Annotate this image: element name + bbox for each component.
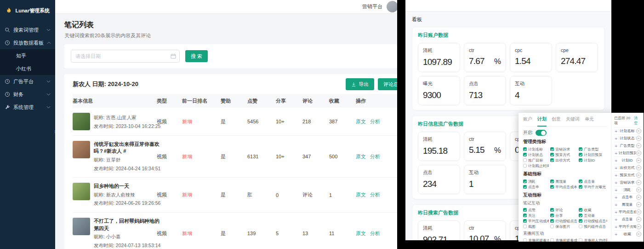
- metric-checkbox-item[interactable]: 出价方式: [550, 158, 577, 162]
- checkbox[interactable]: [550, 238, 554, 242]
- metric-checkbox-item[interactable]: 推广目标: [523, 158, 549, 162]
- sidebar-item-ad-platform[interactable]: 广告平台: [0, 75, 55, 88]
- original-link[interactable]: 原文: [356, 153, 366, 160]
- metric-checkbox-item[interactable]: 平均点击成本: [550, 185, 577, 189]
- drag-handle-icon[interactable]: ＋: [614, 180, 619, 186]
- remove-metric-icon[interactable]: [636, 232, 641, 237]
- remove-metric-icon[interactable]: [636, 151, 641, 156]
- drag-handle-icon[interactable]: ＋: [614, 172, 619, 179]
- search-button[interactable]: 搜 索: [185, 50, 208, 62]
- sidebar-item-data-board[interactable]: 投放数据看板: [0, 36, 55, 49]
- checkbox[interactable]: [523, 158, 527, 162]
- sidebar-item-xiaohongshu[interactable]: 小红书: [0, 62, 55, 75]
- metric-checkbox-item[interactable]: 预约组件点击: [579, 224, 607, 229]
- tab-unit[interactable]: 单元: [585, 116, 594, 124]
- checkbox[interactable]: [550, 147, 554, 151]
- clear-all-link[interactable]: 清空: [634, 116, 641, 126]
- remove-metric-icon[interactable]: [636, 143, 641, 148]
- checkbox[interactable]: [550, 158, 554, 162]
- checkbox[interactable]: [523, 185, 527, 189]
- checkbox[interactable]: [550, 219, 554, 223]
- remove-metric-icon[interactable]: [636, 128, 641, 133]
- export-button[interactable]: 导出: [346, 78, 374, 90]
- analyze-link[interactable]: 分析: [370, 153, 380, 160]
- checkbox[interactable]: [550, 180, 554, 183]
- checkbox[interactable]: [523, 164, 527, 168]
- checkbox[interactable]: [523, 208, 527, 212]
- checkbox[interactable]: [579, 153, 582, 156]
- analyze-link[interactable]: 分析: [370, 118, 380, 125]
- metric-checkbox-item[interactable]: 点击量: [579, 179, 607, 184]
- checkbox[interactable]: [523, 147, 527, 151]
- remove-metric-icon[interactable]: [636, 158, 641, 163]
- checkbox[interactable]: [523, 153, 527, 156]
- remove-metric-icon[interactable]: [636, 187, 641, 192]
- platform-link[interactable]: 营销平台: [362, 3, 382, 10]
- analyze-link[interactable]: 分析: [370, 191, 380, 198]
- checkbox[interactable]: [523, 180, 527, 183]
- drag-handle-icon[interactable]: ＋: [614, 150, 619, 156]
- remove-metric-icon[interactable]: [636, 173, 641, 178]
- remove-metric-icon[interactable]: [636, 136, 641, 141]
- remove-metric-icon[interactable]: [636, 224, 641, 229]
- metric-checkbox-item[interactable]: 计划日预算: [579, 152, 607, 157]
- checkbox[interactable]: [579, 225, 582, 228]
- metric-checkbox-item[interactable]: 直播间观看次数: [523, 238, 549, 242]
- checkbox[interactable]: [523, 214, 527, 217]
- remove-metric-icon[interactable]: [636, 195, 641, 200]
- sidebar-item-zhihu[interactable]: 知乎: [0, 49, 55, 62]
- metric-checkbox-item[interactable]: 直播间观看成本: [550, 238, 577, 242]
- drag-handle-icon[interactable]: ＋: [614, 128, 619, 134]
- remove-metric-icon[interactable]: [636, 165, 641, 170]
- metric-checkbox-item[interactable]: 消耗: [523, 179, 549, 184]
- drag-handle-icon[interactable]: ＋: [614, 231, 619, 237]
- checkbox[interactable]: [550, 214, 554, 217]
- metric-checkbox-item[interactable]: 营销诉求: [550, 147, 577, 151]
- sidebar-item-system[interactable]: 系统管理: [0, 101, 55, 114]
- checkbox[interactable]: [550, 225, 554, 228]
- metric-checkbox-item[interactable]: 关注: [523, 213, 549, 218]
- original-link[interactable]: 原文: [356, 230, 366, 237]
- checkbox[interactable]: [550, 208, 554, 212]
- original-link[interactable]: 原文: [356, 118, 366, 125]
- note-thumbnail[interactable]: [73, 141, 90, 158]
- drag-handle-icon[interactable]: ＋: [614, 224, 619, 230]
- metric-checkbox-item[interactable]: 预算方式: [550, 152, 577, 157]
- tab-creative[interactable]: 创意: [552, 116, 561, 124]
- checkbox[interactable]: [579, 238, 582, 242]
- metric-checkbox-item[interactable]: 截图: [523, 224, 549, 229]
- checkbox[interactable]: [523, 225, 527, 228]
- metric-checkbox-item[interactable]: 计划名称: [523, 147, 549, 151]
- sidebar-item-finance[interactable]: 财务: [0, 88, 55, 101]
- comment-summary-button[interactable]: 评论总结: [378, 78, 397, 90]
- checkbox[interactable]: [579, 147, 582, 151]
- metric-checkbox-item[interactable]: 点击率: [523, 185, 549, 189]
- drag-handle-icon[interactable]: ＋: [614, 165, 619, 171]
- checkbox[interactable]: [579, 185, 582, 189]
- metric-checkbox-item[interactable]: 直播间人均停留时长: [579, 238, 607, 242]
- note-title[interactable]: 回乡种地的一天: [94, 183, 160, 190]
- checkbox[interactable]: [550, 185, 554, 189]
- checkbox[interactable]: [579, 219, 582, 223]
- metric-checkbox-item[interactable]: 行动按钮点击率: [579, 219, 607, 223]
- checkbox[interactable]: [579, 208, 582, 212]
- remove-metric-icon[interactable]: [636, 217, 641, 222]
- metric-checkbox-item[interactable]: 计划状态: [523, 152, 549, 157]
- sidebar-collapse-handle[interactable]: ⫶: [54, 130, 55, 135]
- drag-handle-icon[interactable]: ＋: [614, 194, 619, 201]
- analyze-link[interactable]: 分析: [370, 230, 380, 237]
- drag-handle-icon[interactable]: ＋: [614, 216, 619, 223]
- drag-handle-icon[interactable]: ＋: [614, 209, 619, 215]
- drag-handle-icon[interactable]: ＋: [614, 135, 619, 142]
- metric-checkbox-item[interactable]: 评论: [550, 208, 577, 212]
- note-title[interactable]: 不打工了，回村帮妈妈种地的第四天: [94, 218, 160, 232]
- sidebar-item-search-words[interactable]: 搜索词管理: [0, 23, 55, 36]
- remove-metric-icon[interactable]: [636, 202, 641, 207]
- metric-checkbox-item[interactable]: 收藏: [579, 208, 607, 212]
- metric-checkbox-item[interactable]: 保存图片: [550, 224, 577, 229]
- tab-plan[interactable]: 计划: [537, 116, 547, 127]
- tab-account[interactable]: 账户: [523, 116, 532, 124]
- checkbox[interactable]: [579, 180, 582, 183]
- date-input[interactable]: [71, 50, 180, 63]
- checkbox[interactable]: [523, 219, 527, 223]
